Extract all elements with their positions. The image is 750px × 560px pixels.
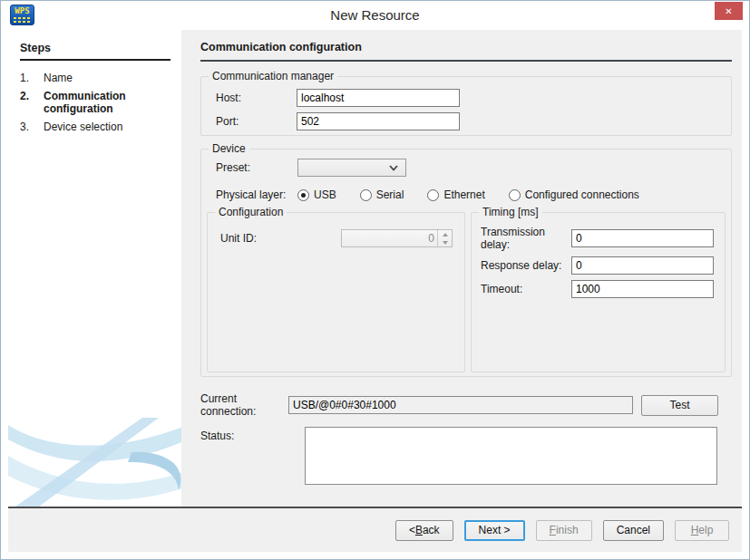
label-part: inish bbox=[556, 524, 579, 536]
port-input[interactable] bbox=[297, 112, 460, 130]
status-label: Status: bbox=[200, 427, 305, 442]
preset-dropdown[interactable] bbox=[297, 159, 406, 177]
help-button[interactable]: Help bbox=[675, 520, 729, 541]
cancel-button[interactable]: Cancel bbox=[603, 520, 664, 541]
status-textarea[interactable] bbox=[305, 427, 717, 485]
label-mnemonic: B bbox=[415, 524, 423, 536]
step-item-name: 1. Name bbox=[20, 72, 172, 84]
timeout-label: Timeout: bbox=[481, 283, 571, 295]
radio-icon bbox=[297, 189, 309, 201]
next-button[interactable]: Next > bbox=[464, 520, 525, 541]
host-row: Host: bbox=[216, 89, 722, 107]
step-number: 2. bbox=[20, 90, 44, 115]
step-number: 3. bbox=[20, 121, 44, 133]
radio-label: USB bbox=[314, 188, 336, 201]
footer-button-bar: < Back Next > Finish Cancel Help bbox=[8, 508, 742, 552]
radio-label: Serial bbox=[376, 188, 404, 201]
transmission-delay-input[interactable] bbox=[571, 229, 714, 247]
radio-label: Configured connections bbox=[525, 188, 639, 201]
radio-icon bbox=[427, 189, 439, 201]
port-row: Port: bbox=[216, 112, 722, 130]
finish-button[interactable]: Finish bbox=[536, 520, 592, 541]
steps-heading: Steps bbox=[20, 42, 170, 61]
test-button[interactable]: Test bbox=[641, 395, 718, 416]
unit-id-stepper bbox=[341, 229, 453, 247]
unit-id-input[interactable] bbox=[342, 230, 437, 246]
host-label: Host: bbox=[216, 92, 297, 104]
step-label: Communication configuration bbox=[44, 90, 172, 115]
radio-icon bbox=[360, 189, 372, 201]
timing-group: Timing [ms] Transmission delay: Response… bbox=[471, 212, 726, 372]
communication-manager-group: Communication manager Host: Port: bbox=[200, 76, 732, 136]
steps-sidebar: Steps 1. Name 2. Communication configura… bbox=[8, 30, 181, 507]
page-title: Communication configuration bbox=[200, 41, 732, 62]
physical-layer-row: Physical layer: USB Serial Ethernet bbox=[207, 188, 726, 201]
step-label: Name bbox=[44, 72, 73, 84]
radio-usb[interactable]: USB bbox=[297, 188, 336, 201]
radio-icon bbox=[509, 189, 521, 201]
device-subgroups: Configuration Unit ID: bbox=[207, 212, 726, 372]
transmission-delay-label: Transmission delay: bbox=[481, 226, 571, 251]
back-button[interactable]: < Back bbox=[395, 520, 453, 541]
response-delay-input[interactable] bbox=[571, 256, 714, 275]
content-area: Steps 1. Name 2. Communication configura… bbox=[8, 30, 742, 507]
physical-layer-options: USB Serial Ethernet Configured conn bbox=[297, 188, 639, 201]
chevron-down-icon bbox=[389, 165, 398, 171]
current-connection-row: Current connection: Test bbox=[200, 392, 732, 418]
current-connection-field[interactable] bbox=[288, 396, 633, 414]
status-row: Status: bbox=[200, 427, 732, 485]
radio-label: Ethernet bbox=[443, 188, 484, 201]
transmission-delay-row: Transmission delay: bbox=[481, 226, 714, 251]
main-panel: Communication configuration Communicatio… bbox=[181, 30, 742, 507]
label-part: Next > bbox=[479, 524, 511, 536]
new-resource-dialog: WPS New Resource ✕ Steps 1. Name 2. Comm… bbox=[0, 0, 750, 560]
physical-layer-label: Physical layer: bbox=[216, 188, 297, 201]
response-delay-label: Response delay: bbox=[481, 259, 571, 272]
close-icon[interactable]: ✕ bbox=[715, 2, 743, 20]
spinner-buttons bbox=[437, 230, 452, 246]
radio-ethernet[interactable]: Ethernet bbox=[427, 188, 484, 201]
label-part: < bbox=[409, 524, 415, 536]
timeout-row: Timeout: bbox=[481, 280, 714, 298]
label-mnemonic: H bbox=[691, 524, 699, 536]
step-item-communication-configuration: 2. Communication configuration bbox=[20, 90, 172, 115]
label-mnemonic: F bbox=[550, 524, 556, 536]
group-title: Timing [ms] bbox=[479, 206, 542, 219]
titlebar: WPS New Resource ✕ bbox=[1, 1, 749, 30]
window-title: New Resource bbox=[1, 7, 749, 23]
unit-id-label: Unit ID: bbox=[220, 232, 341, 245]
steps-list: 1. Name 2. Communication configuration 3… bbox=[20, 72, 172, 133]
radio-serial[interactable]: Serial bbox=[360, 188, 404, 201]
response-delay-row: Response delay: bbox=[481, 256, 714, 275]
timeout-input[interactable] bbox=[571, 280, 714, 298]
label-part: ack bbox=[423, 524, 440, 536]
group-title: Configuration bbox=[215, 206, 287, 219]
group-title: Communication manager bbox=[209, 70, 337, 83]
current-connection-label: Current connection: bbox=[200, 392, 288, 418]
group-title: Device bbox=[209, 142, 249, 156]
label-part: elp bbox=[698, 524, 713, 536]
port-label: Port: bbox=[216, 115, 297, 128]
configuration-group: Configuration Unit ID: bbox=[207, 212, 465, 372]
label-part: Cancel bbox=[617, 524, 650, 536]
step-item-device-selection: 3. Device selection bbox=[20, 121, 172, 133]
spinner-up-icon[interactable] bbox=[438, 230, 452, 238]
watermark-graphic bbox=[8, 400, 181, 507]
step-number: 1. bbox=[20, 72, 44, 84]
radio-configured-connections[interactable]: Configured connections bbox=[509, 188, 639, 201]
spinner-down-icon[interactable] bbox=[438, 238, 452, 246]
unit-id-row: Unit ID: bbox=[220, 229, 457, 247]
host-input[interactable] bbox=[297, 89, 460, 107]
preset-label: Preset: bbox=[216, 161, 297, 174]
preset-row: Preset: bbox=[207, 159, 726, 177]
step-label: Device selection bbox=[44, 121, 122, 133]
device-group: Device Preset: Physical layer: bbox=[200, 149, 732, 377]
